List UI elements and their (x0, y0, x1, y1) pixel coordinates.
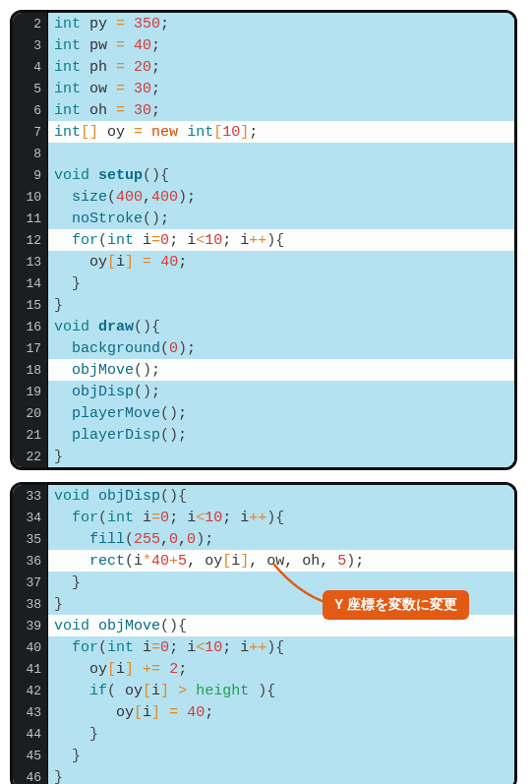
token-num: 40 (187, 704, 205, 721)
token-sp (54, 510, 72, 526)
token-num: 0 (169, 340, 178, 357)
token-op: = (151, 639, 160, 656)
code-content: for(int i=0; i<10; i++){ (48, 229, 514, 251)
token-punc: ; (151, 37, 160, 54)
token-num: 40 (160, 254, 178, 271)
code-content (48, 143, 514, 164)
token-sp (89, 618, 98, 634)
token-sp (54, 275, 72, 292)
line-number: 36 (13, 550, 48, 572)
token-call: objMove (72, 362, 134, 379)
token-punc: ; (169, 639, 187, 656)
token-call: rect (89, 553, 125, 570)
line-number: 16 (13, 316, 48, 337)
line-number: 21 (13, 424, 48, 446)
code-line: 5int ow = 30; (13, 78, 514, 99)
token-type: int (107, 232, 134, 249)
token-punc: , (160, 531, 169, 548)
token-sp (54, 726, 89, 743)
token-ident: i (151, 683, 160, 699)
code-line: 36 rect(i*40+5, oy[i], ow, oh, 5); (13, 550, 514, 572)
token-op: = (116, 81, 125, 97)
code-content: void setup(){ (48, 164, 514, 186)
code-line: 22} (13, 446, 514, 467)
token-sp (89, 167, 98, 184)
token-brace: ( (107, 683, 116, 699)
code-line: 42 if( oy[i] > height ){ (13, 680, 514, 701)
token-sp (89, 488, 98, 505)
code-line: 41 oy[i] += 2; (13, 658, 514, 680)
token-punc: , (284, 553, 302, 570)
token-punc: ; (151, 362, 160, 379)
token-sp (107, 37, 116, 54)
token-sp (151, 254, 160, 271)
token-brace: } (72, 574, 81, 591)
token-ident: i (143, 639, 151, 656)
token-sp (249, 683, 258, 699)
token-num: 40 (134, 37, 151, 54)
line-number: 20 (13, 402, 48, 424)
token-punc: ; (169, 232, 187, 249)
token-op: < (196, 510, 205, 526)
token-ident: i (116, 254, 125, 271)
token-ident: i (143, 232, 151, 249)
token-sp (125, 124, 134, 141)
line-number: 18 (13, 359, 48, 381)
code-content: rect(i*40+5, oy[i], ow, oh, 5); (48, 550, 514, 572)
token-type: void (54, 167, 89, 184)
token-brace: ( (98, 639, 107, 656)
token-type: void (54, 319, 89, 335)
line-number: 5 (13, 78, 48, 99)
code-content: void draw(){ (48, 316, 514, 337)
token-brace: } (72, 275, 81, 292)
code-line: 45 } (13, 745, 514, 766)
token-punc: ; (178, 427, 187, 444)
code-content: for(int i=0; i<10; i++){ (48, 507, 514, 528)
token-brace: (){ (134, 319, 160, 335)
line-number: 14 (13, 272, 48, 294)
line-number: 35 (13, 528, 48, 550)
token-sp (54, 384, 72, 400)
token-brace: } (54, 297, 63, 314)
line-number: 43 (13, 701, 48, 723)
token-arr: [ (143, 683, 151, 699)
token-punc: ; (178, 661, 187, 678)
token-sp (54, 574, 72, 591)
code-content: int ow = 30; (48, 78, 514, 99)
token-brace: ){ (258, 683, 275, 699)
token-num: 400 (151, 189, 178, 206)
token-call: noStroke (72, 211, 143, 227)
token-sp (160, 661, 169, 678)
token-arr: ] (151, 704, 160, 721)
token-brace: () (143, 211, 160, 227)
token-sp (125, 16, 134, 32)
code-line: 7int[] oy = new int[10]; (13, 121, 514, 143)
token-ident: pw (89, 37, 107, 54)
token-brace: (){ (160, 488, 187, 505)
token-num: 255 (134, 531, 160, 548)
line-number: 2 (13, 13, 48, 34)
token-sp (54, 211, 72, 227)
token-brace: ( (160, 340, 169, 357)
token-sp (54, 189, 72, 206)
code-content: int py = 350; (48, 13, 514, 34)
token-num: 10 (222, 124, 240, 141)
code-content: playerMove(); (48, 402, 514, 424)
token-ident: i (134, 553, 143, 570)
code-line: 3int pw = 40; (13, 34, 514, 56)
token-punc: ; (222, 510, 240, 526)
token-type: int (54, 59, 81, 76)
token-op: += (143, 661, 160, 678)
token-brace: ) (178, 189, 187, 206)
token-type: int (54, 81, 81, 97)
token-call: objDisp (72, 384, 134, 400)
code-line: 12 for(int i=0; i<10; i++){ (13, 229, 514, 251)
token-sp (134, 661, 143, 678)
token-num: 10 (205, 639, 222, 656)
token-keyword: for (72, 232, 98, 249)
token-arr: [ (213, 124, 222, 141)
token-num: 30 (134, 81, 151, 97)
token-arr: [ (134, 704, 143, 721)
token-sp (134, 232, 143, 249)
token-num: 20 (134, 59, 151, 76)
